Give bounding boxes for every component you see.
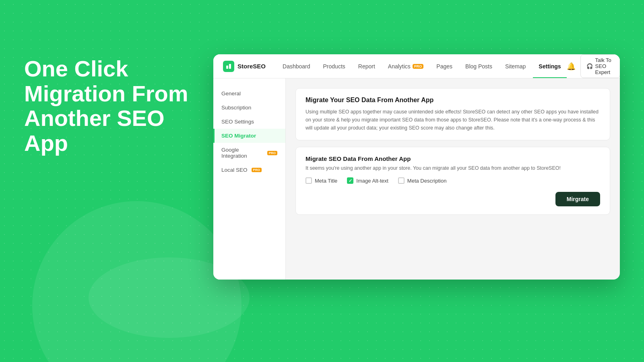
svg-rect-0 [226, 66, 228, 69]
migrate-box: Migrate SEO Data From Another App It see… [295, 147, 610, 215]
sidebar: General Subscription SEO Settings SEO Mi… [213, 78, 286, 280]
nav-item-sitemap[interactable]: Sitemap [500, 54, 531, 78]
nav-item-analytics[interactable]: Analytics PRO [382, 54, 429, 78]
checkbox-image-alt-text[interactable]: Image Alt-text [347, 177, 388, 184]
talk-to-seo-expert-button[interactable]: 🎧 Talk To SEO Expert [580, 54, 620, 78]
migrate-box-title: Migrate SEO Data From Another App [305, 155, 600, 162]
migrate-button[interactable]: Mirgrate [555, 192, 600, 206]
meta-title-checkbox[interactable] [305, 177, 312, 184]
logo-icon [223, 61, 234, 72]
migrate-btn-row: Mirgrate [305, 192, 600, 206]
info-box-body: Using multiple SEO apps together may cau… [305, 108, 600, 132]
logo-text: StoreSEO [237, 63, 266, 70]
logo-area: StoreSEO [223, 61, 266, 72]
checkbox-meta-title[interactable]: Meta Title [305, 177, 337, 184]
nav-items: Dashboard Products Report Analytics PRO … [277, 54, 567, 78]
nav-item-blog-posts[interactable]: Blog Posts [460, 54, 498, 78]
info-box-title: Migrate Your SEO Data From Another App [305, 97, 600, 104]
sidebar-item-subscription[interactable]: Subscription [213, 101, 285, 115]
app-window: StoreSEO Dashboard Products Report Analy… [213, 54, 620, 280]
nav-item-settings[interactable]: Settings [533, 54, 566, 78]
main-content: General Subscription SEO Settings SEO Mi… [213, 78, 620, 280]
sidebar-item-seo-settings[interactable]: SEO Settings [213, 115, 285, 129]
local-seo-badge: PRO [252, 168, 262, 172]
google-integration-badge: PRO [267, 151, 277, 155]
nav-item-dashboard[interactable]: Dashboard [277, 54, 316, 78]
sidebar-item-general[interactable]: General [213, 86, 285, 101]
sidebar-item-google-integration[interactable]: Google Integration PRO [213, 143, 285, 163]
svg-rect-1 [229, 64, 231, 69]
nav-right: 🔔 🎧 Talk To SEO Expert [567, 54, 620, 78]
hero-text: One Click Migration From Another SEO App [24, 56, 193, 155]
sidebar-item-seo-migrator[interactable]: SEO Migrator [213, 129, 285, 143]
content-panel: Migrate Your SEO Data From Another App U… [286, 78, 620, 280]
image-alt-text-checkbox[interactable] [347, 177, 353, 184]
nav-item-pages[interactable]: Pages [431, 54, 458, 78]
info-box: Migrate Your SEO Data From Another App U… [295, 88, 610, 140]
nav-item-report[interactable]: Report [353, 54, 381, 78]
sidebar-item-local-seo[interactable]: Local SEO PRO [213, 163, 285, 177]
analytics-badge: PRO [413, 64, 424, 69]
checkbox-meta-description[interactable]: Meta Description [398, 177, 447, 184]
nav-item-products[interactable]: Products [318, 54, 351, 78]
headset-icon: 🎧 [586, 63, 593, 69]
migrate-box-body: It seems you're using another app in you… [305, 165, 600, 171]
checkboxes: Meta Title Image Alt-text Meta Descripti… [305, 177, 600, 184]
bell-button[interactable]: 🔔 [567, 60, 576, 73]
topbar: StoreSEO Dashboard Products Report Analy… [213, 54, 620, 78]
meta-description-checkbox[interactable] [398, 177, 405, 184]
